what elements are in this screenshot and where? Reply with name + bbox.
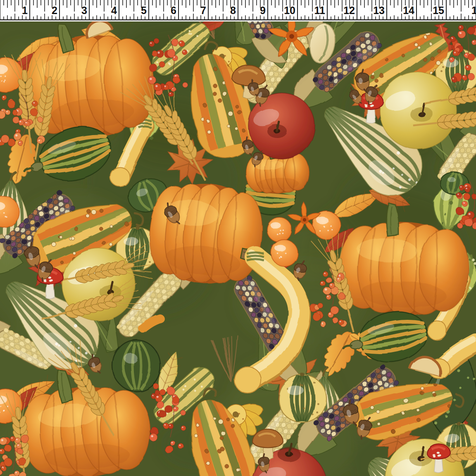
fabric-pattern — [0, 0, 476, 476]
ruler-number: 7 — [200, 5, 206, 16]
yellow-apple — [380, 72, 457, 149]
inch-ruler: 12345678910111213141516 — [0, 0, 476, 21]
ruler-number: 8 — [230, 5, 236, 16]
fabric-swatch-photo: 12345678910111213141516 — [0, 0, 476, 476]
ruler-number: 2 — [52, 5, 57, 16]
ruler-number: 13 — [373, 5, 385, 16]
physalis — [267, 217, 292, 242]
ruler-number: 1 — [22, 5, 28, 16]
ruler-number-partial: 16 — [471, 5, 476, 16]
ruler-number: 3 — [81, 5, 87, 16]
ruler-number: 6 — [171, 5, 176, 16]
ruler-number: 5 — [141, 5, 147, 16]
ruler-number: 9 — [260, 5, 266, 16]
ruler-number: 14 — [403, 5, 414, 16]
ruler-number: 15 — [433, 5, 444, 16]
ruler-number: 12 — [343, 5, 355, 16]
ruler-number: 11 — [314, 5, 326, 16]
ruler-number: 4 — [111, 5, 117, 16]
ruler-number: 10 — [284, 5, 295, 16]
physalis — [271, 240, 298, 266]
